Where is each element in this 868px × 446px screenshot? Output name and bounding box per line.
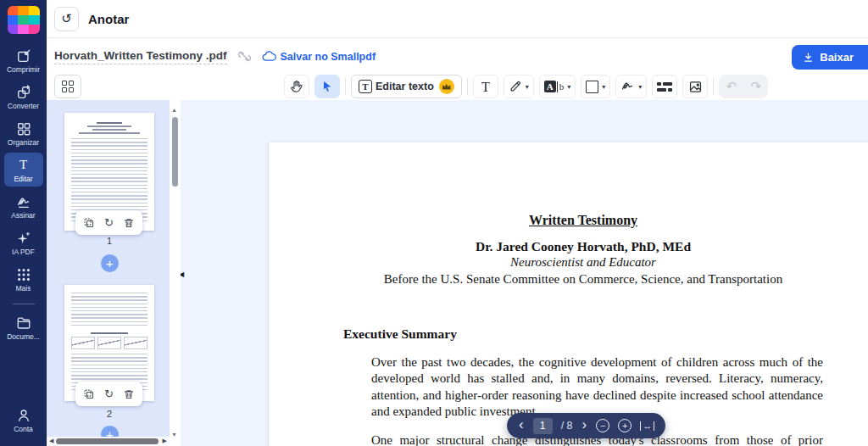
- ai-sparkles-icon: [16, 231, 31, 246]
- document-content: Written Testimony Dr. Jared Cooney Horva…: [343, 142, 823, 446]
- thumbnail-panel: ↻ 1 + ↻: [47, 100, 170, 446]
- annotations-list-button[interactable]: [652, 75, 677, 98]
- undo-button[interactable]: ↶: [719, 75, 743, 98]
- next-page-button[interactable]: ›: [581, 417, 588, 434]
- download-icon: [803, 52, 814, 63]
- rotate-page-button[interactable]: ↻: [104, 387, 114, 400]
- rectangle-icon: [586, 81, 598, 93]
- page-number-label: 2: [64, 409, 154, 419]
- scroll-right-arrow[interactable]: ▶: [163, 438, 167, 444]
- page-number-label: 1: [64, 236, 154, 246]
- select-tool-button[interactable]: [314, 75, 340, 98]
- redo-button[interactable]: ↷: [743, 75, 768, 98]
- sidebar-item-assinar[interactable]: Assinar: [4, 189, 43, 223]
- restart-button[interactable]: ↺: [54, 7, 79, 31]
- premium-crown-icon: [439, 79, 454, 94]
- filename-field[interactable]: Horvath_Written Testimony .pdf: [54, 49, 227, 64]
- chevron-down-icon: ▾: [567, 83, 570, 91]
- scroll-left-arrow[interactable]: ◀: [49, 438, 53, 444]
- page-title: Anotar: [88, 12, 129, 26]
- page-number-input[interactable]: 1: [533, 418, 553, 434]
- highlight-tool-button[interactable]: Ab ▾: [539, 75, 576, 98]
- zoom-out-button[interactable]: −: [596, 419, 609, 432]
- add-page-button[interactable]: +: [101, 254, 119, 272]
- file-bar: Horvath_Written Testimony .pdf Salvar no…: [47, 38, 868, 75]
- page-1-hover-toolbar: ↻: [75, 210, 142, 235]
- undo-icon: ↶: [726, 79, 737, 93]
- cursor-icon: [320, 80, 334, 93]
- document-author: Dr. Jared Cooney Horvath, PhD, MEd: [343, 238, 823, 255]
- edit-text-icon: T: [19, 158, 27, 173]
- sidebar-item-converter[interactable]: Converter: [4, 80, 43, 114]
- rotate-page-button[interactable]: ↻: [104, 216, 114, 229]
- unlink-icon[interactable]: [237, 49, 252, 64]
- edit-text-button[interactable]: T Editar texto: [351, 75, 462, 98]
- text-tool-icon: T: [481, 81, 490, 93]
- rotate-icon: ↻: [104, 216, 114, 229]
- horizontal-scrollbar[interactable]: ◀ ▶: [47, 437, 170, 446]
- cloud-icon: [262, 50, 276, 63]
- zoom-in-button[interactable]: +: [618, 419, 632, 432]
- delete-page-button[interactable]: [123, 388, 135, 400]
- insert-image-button[interactable]: [682, 75, 708, 98]
- previous-page-button[interactable]: ‹: [518, 417, 525, 434]
- document-canvas: ◀ Written Testimony Dr. Jared Cooney Hor…: [181, 100, 868, 446]
- horizontal-scrollbar-thumb[interactable]: [56, 438, 159, 444]
- vertical-scrollbar[interactable]: ▲ ▼: [170, 100, 181, 446]
- page-total-label: / 8: [561, 420, 573, 432]
- save-to-smallpdf-link[interactable]: Salvar no Smallpdf: [262, 50, 376, 63]
- annotation-toolbar: T Editar texto T ▾ Ab ▾ ▾: [47, 75, 868, 100]
- organize-icon: [16, 121, 31, 137]
- scroll-up-arrow[interactable]: ▲: [171, 107, 177, 113]
- draw-tool-button[interactable]: ▾: [504, 75, 534, 98]
- fit-width-button[interactable]: ↔: [640, 421, 654, 431]
- section-heading: Executive Summary: [343, 326, 823, 343]
- duplicate-page-button[interactable]: [83, 217, 95, 229]
- thumbnail-panel-toggle-button[interactable]: [54, 75, 81, 98]
- mini-charts: [71, 337, 147, 349]
- pan-tool-button[interactable]: [284, 75, 309, 98]
- scroll-down-arrow[interactable]: ▼: [171, 432, 177, 438]
- document-venue: Before the U.S. Senate Committee on Comm…: [343, 271, 823, 288]
- undo-redo-group: ↶ ↷: [719, 75, 768, 98]
- paragraph: Over the past two decades, the cognitive…: [371, 354, 823, 421]
- redo-icon: ↷: [750, 79, 761, 93]
- smallpdf-logo-icon[interactable]: [8, 6, 40, 34]
- vertical-scrollbar-thumb[interactable]: [172, 117, 178, 187]
- signature-icon: [620, 80, 635, 94]
- pdf-page[interactable]: Written Testimony Dr. Jared Cooney Horva…: [269, 142, 868, 446]
- convert-icon: [16, 85, 31, 100]
- panel-collapse-handle[interactable]: ◀: [181, 270, 184, 278]
- folder-icon: [16, 315, 31, 331]
- document-author-role: Neuroscientist and Educator: [343, 254, 823, 271]
- add-text-tool-button[interactable]: T: [473, 75, 498, 98]
- toolbar-separator: [467, 78, 468, 95]
- page-navigation-bar: ‹ 1 / 8 › − + ↔: [507, 413, 665, 438]
- sidebar-divider: [13, 304, 35, 304]
- chevron-down-icon: ▾: [602, 83, 605, 91]
- sidebar-item-organizar[interactable]: Organizar: [4, 116, 43, 150]
- highlight-icon: Ab: [544, 81, 564, 92]
- top-bar: ↺ Anotar: [47, 0, 868, 38]
- document-title: Written Testimony: [343, 212, 823, 229]
- signature-icon: [16, 194, 31, 209]
- image-icon: [688, 80, 703, 94]
- sidebar-item-mais[interactable]: Mais: [4, 262, 43, 296]
- sidebar-item-ia-pdf[interactable]: IA PDF: [4, 226, 43, 259]
- list-bars-icon: [657, 82, 672, 92]
- download-button[interactable]: Baixar: [792, 45, 868, 70]
- hand-icon: [289, 79, 304, 94]
- signature-tool-button[interactable]: ▾: [615, 75, 647, 98]
- sidebar-item-conta[interactable]: Conta: [4, 403, 43, 437]
- toolbar-separator: [345, 78, 346, 95]
- sidebar: Comprimir Converter Organizar T Editar A…: [0, 0, 47, 446]
- delete-page-button[interactable]: [123, 217, 135, 229]
- shape-tool-button[interactable]: ▾: [581, 75, 610, 98]
- restart-icon: ↺: [61, 11, 72, 26]
- duplicate-page-button[interactable]: [83, 388, 95, 400]
- sidebar-item-documentos[interactable]: Docume...: [4, 310, 43, 344]
- toolbar-separator: [713, 78, 714, 95]
- sidebar-item-comprimir[interactable]: Comprimir: [4, 43, 43, 77]
- page-2-hover-toolbar: ↻: [75, 382, 142, 406]
- sidebar-item-editar[interactable]: T Editar: [4, 153, 43, 187]
